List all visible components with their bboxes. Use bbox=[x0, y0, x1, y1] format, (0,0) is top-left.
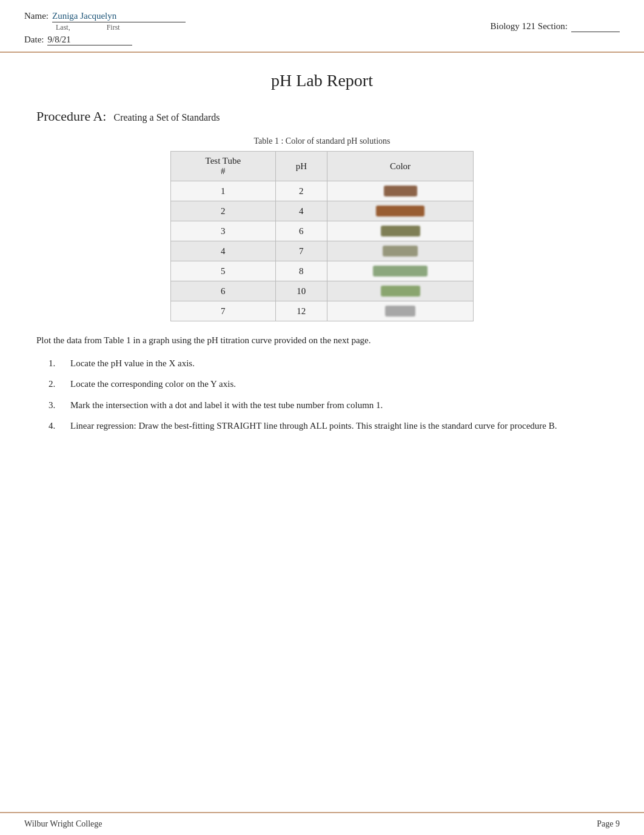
cell-tube: 3 bbox=[171, 221, 276, 241]
procedure-heading: Procedure A: Creating a Set of Standards bbox=[36, 109, 608, 124]
table-row: 12 bbox=[171, 181, 474, 201]
list-number: 2. bbox=[49, 377, 65, 391]
color-cell bbox=[334, 266, 467, 277]
date-label: Date: bbox=[24, 35, 44, 45]
cell-tube: 7 bbox=[171, 301, 276, 321]
numbered-list: 1.Locate the pH value in the X axis.2.Lo… bbox=[36, 357, 608, 433]
table-caption: Table 1 : Color of standard pH solutions bbox=[170, 136, 474, 146]
cell-ph: 6 bbox=[275, 221, 327, 241]
cell-color bbox=[327, 181, 474, 201]
cell-ph: 7 bbox=[275, 241, 327, 261]
table-row: 58 bbox=[171, 261, 474, 281]
color-cell bbox=[334, 186, 467, 196]
list-item: 3.Mark the intersection with a dot and l… bbox=[49, 398, 608, 412]
list-number: 3. bbox=[49, 398, 65, 412]
cell-tube: 4 bbox=[171, 241, 276, 261]
cell-ph: 8 bbox=[275, 261, 327, 281]
table-row: 36 bbox=[171, 221, 474, 241]
color-cell bbox=[334, 306, 467, 317]
list-text: Linear regression: Draw the best-fitting… bbox=[70, 419, 608, 433]
cell-ph: 2 bbox=[275, 181, 327, 201]
table-row: 712 bbox=[171, 301, 474, 321]
header-top-row: Name: Zuniga Jacquelyn Last, First Biolo… bbox=[24, 11, 620, 32]
page-title: pH Lab Report bbox=[36, 71, 608, 90]
name-section: Name: Zuniga Jacquelyn Last, First bbox=[24, 11, 186, 32]
procedure-text: Creating a Set of Standards bbox=[113, 112, 220, 123]
color-blob bbox=[383, 246, 418, 257]
col-header-tube: Test Tube# bbox=[171, 152, 276, 181]
color-cell bbox=[334, 246, 467, 257]
list-text: Locate the corresponding color on the Y … bbox=[70, 377, 608, 391]
date-line: Date: 9/8/21 bbox=[24, 35, 620, 45]
name-value: Zuniga Jacquelyn bbox=[52, 11, 186, 22]
data-table: Test Tube# pH Color 1224364758610712 bbox=[170, 151, 474, 321]
date-value: 9/8/21 bbox=[47, 35, 132, 45]
cell-tube: 6 bbox=[171, 281, 276, 301]
color-cell bbox=[334, 226, 467, 236]
table-header-row: Test Tube# pH Color bbox=[171, 152, 474, 181]
table-row: 47 bbox=[171, 241, 474, 261]
cell-color bbox=[327, 301, 474, 321]
color-cell bbox=[334, 286, 467, 297]
cell-tube: 2 bbox=[171, 201, 276, 221]
table-row: 610 bbox=[171, 281, 474, 301]
section-line: Biology 121 Section: bbox=[491, 21, 620, 32]
instructions-intro: Plot the data from Table 1 in a graph us… bbox=[36, 334, 608, 347]
list-item: 1.Locate the pH value in the X axis. bbox=[49, 357, 608, 371]
color-blob bbox=[373, 266, 428, 277]
page-wrapper: Name: Zuniga Jacquelyn Last, First Biolo… bbox=[0, 0, 644, 835]
cell-color bbox=[327, 221, 474, 241]
list-item: 4.Linear regression: Draw the best-fitti… bbox=[49, 419, 608, 433]
table-body: 1224364758610712 bbox=[171, 181, 474, 321]
cell-ph: 12 bbox=[275, 301, 327, 321]
cell-tube: 5 bbox=[171, 261, 276, 281]
cell-color bbox=[327, 281, 474, 301]
list-text: Mark the intersection with a dot and lab… bbox=[70, 398, 608, 412]
list-text: Locate the pH value in the X axis. bbox=[70, 357, 608, 371]
table-row: 24 bbox=[171, 201, 474, 221]
color-blob bbox=[385, 306, 415, 317]
table-section: Table 1 : Color of standard pH solutions… bbox=[170, 136, 474, 321]
color-blob bbox=[381, 286, 420, 297]
cell-color bbox=[327, 201, 474, 221]
color-blob bbox=[384, 186, 417, 196]
name-line: Name: Zuniga Jacquelyn bbox=[24, 11, 186, 22]
footer-left: Wilbur Wright College bbox=[24, 819, 102, 829]
name-sublabels: Last, First bbox=[56, 23, 186, 32]
color-blob bbox=[376, 206, 424, 216]
footer: Wilbur Wright College Page 9 bbox=[0, 812, 644, 835]
cell-color bbox=[327, 261, 474, 281]
section-label: Biology 121 Section: bbox=[491, 21, 568, 32]
main-content: pH Lab Report Procedure A: Creating a Se… bbox=[0, 53, 644, 812]
last-label: Last, bbox=[56, 23, 70, 32]
col-header-ph: pH bbox=[275, 152, 327, 181]
first-label: First bbox=[107, 23, 120, 32]
color-blob bbox=[381, 226, 420, 236]
cell-ph: 10 bbox=[275, 281, 327, 301]
section-blank bbox=[571, 21, 620, 32]
footer-right: Page 9 bbox=[597, 819, 620, 829]
color-cell bbox=[334, 206, 467, 216]
header: Name: Zuniga Jacquelyn Last, First Biolo… bbox=[0, 0, 644, 53]
list-number: 1. bbox=[49, 357, 65, 371]
cell-color bbox=[327, 241, 474, 261]
procedure-label: Procedure A: bbox=[36, 109, 106, 124]
name-label: Name: bbox=[24, 11, 49, 21]
list-item: 2.Locate the corresponding color on the … bbox=[49, 377, 608, 391]
cell-ph: 4 bbox=[275, 201, 327, 221]
cell-tube: 1 bbox=[171, 181, 276, 201]
col-header-color: Color bbox=[327, 152, 474, 181]
list-number: 4. bbox=[49, 419, 65, 433]
